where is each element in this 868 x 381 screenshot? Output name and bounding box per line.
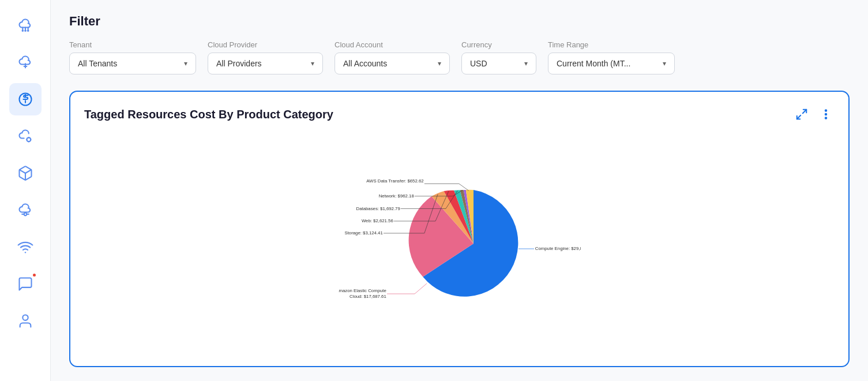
pie-chart: Compute Engine: $29,860.77 AWS Data Tran… — [339, 132, 581, 352]
filter-row: Tenant All Tenants ▾ Cloud Provider All … — [69, 40, 850, 74]
filter-title: Filter — [69, 14, 850, 29]
svg-point-10 — [24, 252, 25, 253]
notification-dot — [32, 272, 37, 278]
label-text-storage: Storage: $3,124.41 — [344, 230, 382, 236]
chart-area: Compute Engine: $29,860.77 AWS Data Tran… — [84, 132, 835, 352]
filter-group-tenant: Tenant All Tenants ▾ — [69, 40, 196, 74]
sidebar-item-chat[interactable] — [9, 268, 42, 300]
svg-point-11 — [22, 315, 28, 320]
provider-value: All Providers — [216, 59, 262, 68]
label-text-ec2-line1: Amazon Elastic Compute — [339, 288, 386, 293]
label-text-network: Network: $962.18 — [378, 193, 414, 199]
cloud-settings-icon — [17, 128, 33, 144]
account-chevron-icon: ▾ — [438, 59, 441, 68]
timerange-value: Current Month (MT... — [557, 59, 630, 68]
label-text-web: Web: $2,621.56 — [361, 218, 393, 223]
sidebar-item-cloud-security[interactable] — [9, 46, 42, 79]
more-options-button[interactable] — [817, 106, 835, 123]
svg-point-9 — [24, 213, 27, 216]
currency-chevron-icon: ▾ — [524, 59, 528, 68]
cloud-security-icon — [17, 54, 33, 70]
account-label: Cloud Account — [335, 40, 450, 49]
timerange-select[interactable]: Current Month (MT... ▾ — [548, 53, 675, 74]
chart-card: Tagged Resources Cost By Product Categor… — [69, 91, 850, 367]
label-text-aws: AWS Data Transfer: $652.62 — [366, 178, 423, 184]
sidebar-item-cloud-config[interactable] — [9, 194, 42, 226]
provider-label: Cloud Provider — [208, 40, 323, 49]
cloud-network-icon — [17, 17, 33, 33]
main-content: Filter Tenant All Tenants ▾ Cloud Provid… — [51, 0, 868, 381]
chart-title: Tagged Resources Cost By Product Categor… — [84, 108, 333, 121]
svg-point-14 — [825, 110, 826, 111]
currency-label: Currency — [461, 40, 536, 49]
label-line-aws — [459, 184, 468, 190]
filter-group-account: Cloud Account All Accounts ▾ — [335, 40, 450, 74]
expand-button[interactable] — [793, 106, 810, 123]
label-text-ec2-line2: Cloud: $17,687.61 — [350, 294, 386, 299]
sidebar — [0, 0, 51, 381]
wifi-icon — [17, 239, 33, 255]
label-text-databases: Databases: $1,692.79 — [356, 206, 400, 211]
timerange-label: Time Range — [548, 40, 675, 49]
sidebar-item-user[interactable] — [9, 305, 42, 337]
currency-value: USD — [470, 59, 487, 68]
currency-select[interactable]: USD ▾ — [461, 53, 536, 74]
sidebar-item-cloud-settings[interactable] — [9, 120, 42, 152]
label-text-compute-engine: Compute Engine: $29,860.77 — [535, 246, 580, 251]
tenant-value: All Tenants — [78, 59, 117, 68]
chat-icon — [17, 276, 33, 292]
box-icon — [17, 165, 33, 181]
svg-point-15 — [825, 114, 826, 115]
filter-group-provider: Cloud Provider All Providers ▾ — [208, 40, 323, 74]
sidebar-item-cloud-network[interactable] — [9, 9, 42, 42]
tenant-chevron-icon: ▾ — [184, 59, 187, 68]
chart-header: Tagged Resources Cost By Product Categor… — [84, 106, 835, 123]
cloud-config-icon — [17, 202, 33, 218]
expand-icon — [795, 108, 808, 121]
filter-group-currency: Currency USD ▾ — [461, 40, 536, 74]
tenant-select[interactable]: All Tenants ▾ — [69, 53, 196, 74]
user-icon — [17, 313, 33, 329]
sidebar-item-cost[interactable] — [9, 83, 42, 115]
label-line-ec2 — [415, 283, 427, 294]
more-options-icon — [820, 108, 832, 121]
account-select[interactable]: All Accounts ▾ — [335, 53, 450, 74]
sidebar-item-connectivity[interactable] — [9, 231, 42, 263]
filter-group-timerange: Time Range Current Month (MT... ▾ — [548, 40, 675, 74]
sidebar-item-resources[interactable] — [9, 157, 42, 189]
tenant-label: Tenant — [69, 40, 196, 49]
account-value: All Accounts — [343, 59, 387, 68]
provider-select[interactable]: All Providers ▾ — [208, 53, 323, 74]
provider-chevron-icon: ▾ — [311, 59, 314, 68]
svg-point-16 — [825, 117, 826, 118]
timerange-chevron-icon: ▾ — [663, 59, 666, 68]
cost-icon — [17, 91, 33, 107]
chart-actions — [793, 106, 835, 123]
